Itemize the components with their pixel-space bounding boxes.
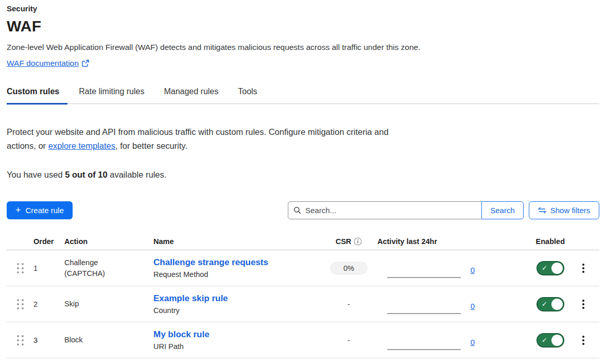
usage-prefix: You have used	[7, 170, 65, 179]
rule-field: Country	[153, 306, 324, 315]
enabled-toggle[interactable]: ✓	[536, 261, 564, 275]
header-enabled: Enabled	[536, 237, 567, 246]
header-action: Action	[64, 237, 153, 246]
search-group: Search	[288, 201, 524, 219]
plus-icon: +	[15, 205, 21, 215]
activity-sparkline	[387, 313, 461, 314]
rule-action-line1: Block	[64, 335, 153, 345]
rule-action: Skip	[64, 299, 153, 309]
page-description: Zone-level Web Application Firewall (WAF…	[7, 43, 599, 52]
activity-count-link[interactable]: 0	[471, 338, 475, 346]
rule-action-line1: Skip	[64, 299, 153, 309]
drag-handle-icon[interactable]	[17, 299, 24, 309]
tab-rate-limiting-rules[interactable]: Rate limiting rules	[79, 87, 152, 105]
check-icon: ✓	[542, 336, 547, 344]
doc-link-row: WAF documentation	[7, 59, 599, 68]
rules-table: Order Action Name CSR Activity last 24hr…	[7, 233, 599, 358]
show-filters-button[interactable]: Show filters	[529, 201, 599, 219]
show-filters-label: Show filters	[550, 206, 591, 215]
usage-text: You have used 5 out of 10 available rule…	[7, 170, 599, 180]
intro-text: Protect your website and API from malici…	[7, 125, 390, 153]
tab-bar: Custom rules Rate limiting rules Managed…	[7, 87, 599, 104]
rule-field: URI Path	[153, 342, 324, 351]
breadcrumb: Security	[7, 4, 599, 13]
check-icon: ✓	[542, 264, 547, 272]
activity-cell: 0	[373, 250, 481, 286]
row-menu-kebab-icon[interactable]	[580, 262, 586, 275]
waf-documentation-link[interactable]: WAF documentation	[7, 59, 79, 68]
toggle-knob	[551, 335, 563, 346]
table-row: 3 Block My block rule URI Path - 0 ✓	[7, 322, 599, 358]
search-button[interactable]: Search	[481, 201, 524, 219]
rule-name-link[interactable]: Challenge strange requests	[153, 257, 268, 268]
rule-action-line2: (CAPTCHA)	[64, 268, 153, 279]
table-row: 2 Skip Example skip rule Country - 0 ✓	[7, 286, 599, 322]
rule-order: 2	[33, 300, 64, 308]
rule-order: 1	[33, 264, 64, 272]
filters-swap-icon	[538, 207, 546, 214]
rule-action: Challenge (CAPTCHA)	[64, 257, 153, 279]
rule-name-cell: Example skip rule Country	[153, 293, 324, 315]
tab-tools[interactable]: Tools	[238, 87, 265, 105]
rule-name-cell: Challenge strange requests Request Metho…	[153, 257, 324, 279]
external-link-icon	[82, 60, 89, 67]
info-icon[interactable]	[354, 237, 362, 246]
rule-action: Block	[64, 335, 153, 345]
activity-sparkline	[387, 277, 461, 278]
activity-cell: 0	[373, 322, 481, 358]
enabled-toggle[interactable]: ✓	[536, 297, 564, 311]
activity-count-link[interactable]: 0	[471, 302, 475, 310]
drag-handle-icon[interactable]	[17, 263, 24, 273]
csr-value: -	[348, 336, 350, 344]
activity-sparkline	[387, 349, 461, 350]
intro-after: , for better security.	[115, 141, 187, 150]
usage-suffix: available rules.	[108, 170, 167, 179]
drag-handle-icon[interactable]	[17, 335, 24, 345]
search-box	[288, 201, 482, 219]
enabled-cell: ✓	[536, 297, 567, 311]
rule-action-line1: Challenge	[64, 257, 153, 268]
table-row: 1 Challenge (CAPTCHA) Challenge strange …	[7, 250, 599, 286]
create-rule-button[interactable]: + Create rule	[7, 201, 73, 219]
search-icon	[293, 206, 301, 214]
header-name: Name	[153, 237, 324, 246]
rule-name-link[interactable]: Example skip rule	[153, 293, 228, 304]
rule-name-cell: My block rule URI Path	[153, 330, 324, 351]
rule-name-link[interactable]: My block rule	[153, 330, 210, 340]
header-activity: Activity last 24hr	[373, 237, 481, 246]
search-input[interactable]	[305, 206, 476, 215]
waf-page: Security WAF Zone-level Web Application …	[0, 0, 606, 358]
usage-count: 5 out of 10	[65, 170, 108, 179]
activity-cell: 0	[373, 286, 481, 322]
activity-count-link[interactable]: 0	[471, 266, 475, 274]
row-menu-kebab-icon[interactable]	[580, 298, 586, 311]
header-order: Order	[33, 237, 64, 246]
enabled-cell: ✓	[536, 333, 567, 348]
rule-field: Request Method	[153, 270, 324, 279]
toolbar: + Create rule Search	[7, 201, 599, 219]
csr-value: -	[348, 300, 350, 308]
rule-order: 3	[33, 336, 64, 344]
create-rule-label: Create rule	[26, 206, 64, 215]
header-csr: CSR	[336, 237, 352, 246]
row-menu-kebab-icon[interactable]	[580, 334, 586, 347]
page-title: WAF	[7, 18, 599, 35]
csr-badge: 0%	[330, 262, 368, 275]
tab-custom-rules[interactable]: Custom rules	[7, 87, 67, 105]
enabled-toggle[interactable]: ✓	[536, 333, 564, 348]
tab-managed-rules[interactable]: Managed rules	[164, 87, 227, 105]
enabled-cell: ✓	[536, 261, 567, 275]
toggle-knob	[551, 263, 563, 274]
table-header-row: Order Action Name CSR Activity last 24hr…	[7, 233, 599, 250]
csr-value: 0%	[330, 264, 368, 272]
explore-templates-link[interactable]: explore templates	[48, 141, 115, 150]
check-icon: ✓	[542, 300, 547, 308]
toggle-knob	[551, 299, 563, 310]
